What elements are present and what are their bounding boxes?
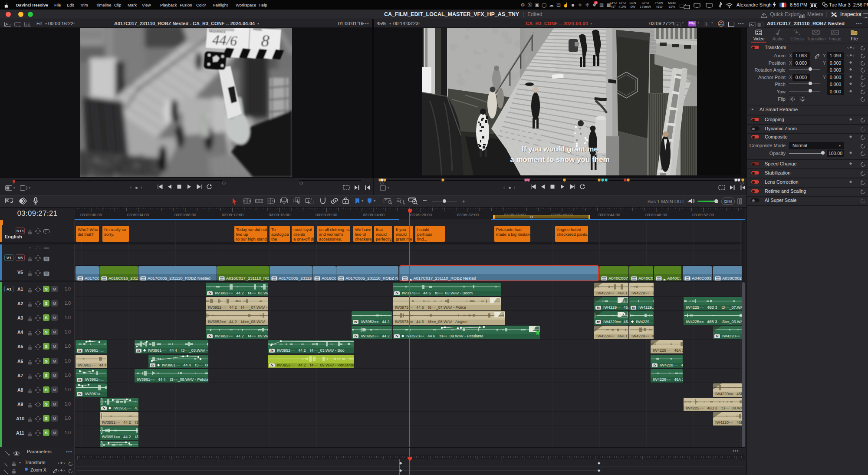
svg-text:PRISE: PRISE	[253, 28, 263, 31]
svg-text:a moment to show you them: a moment to show you them	[510, 155, 610, 164]
svg-text:8: 8	[261, 31, 270, 50]
svg-text:44/6: 44/6	[212, 32, 238, 49]
svg-text:If you would grant me: If you would grant me	[522, 145, 598, 153]
